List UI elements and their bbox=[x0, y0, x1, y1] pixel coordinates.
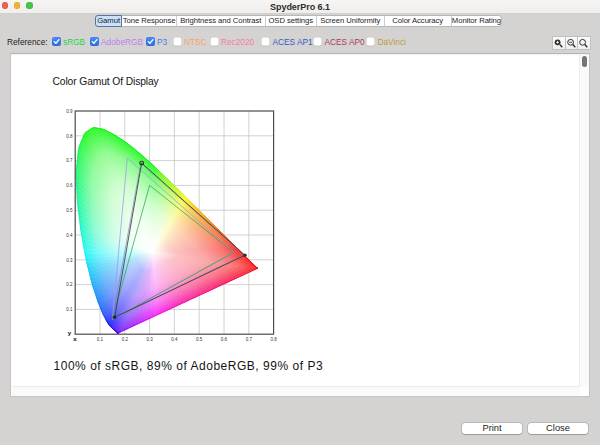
svg-text:0.5: 0.5 bbox=[196, 337, 203, 342]
svg-text:0.2: 0.2 bbox=[122, 337, 129, 342]
svg-text:0.6: 0.6 bbox=[221, 337, 228, 342]
svg-text:0.5: 0.5 bbox=[66, 208, 73, 213]
svg-text:0.4: 0.4 bbox=[66, 233, 73, 238]
svg-text:0.3: 0.3 bbox=[146, 337, 153, 342]
svg-text:0.1: 0.1 bbox=[66, 307, 73, 312]
svg-text:0.8: 0.8 bbox=[270, 337, 277, 342]
svg-text:0.8: 0.8 bbox=[66, 134, 73, 139]
svg-text:0.4: 0.4 bbox=[171, 337, 178, 342]
svg-text:0.1: 0.1 bbox=[97, 337, 104, 342]
svg-text:x: x bbox=[73, 335, 77, 342]
svg-text:0.7: 0.7 bbox=[66, 158, 73, 163]
svg-text:0.6: 0.6 bbox=[66, 183, 73, 188]
svg-text:y: y bbox=[68, 329, 72, 336]
svg-text:0.3: 0.3 bbox=[66, 258, 73, 263]
svg-text:0.7: 0.7 bbox=[246, 337, 253, 342]
svg-text:0.9: 0.9 bbox=[66, 109, 73, 114]
svg-text:0.2: 0.2 bbox=[66, 282, 73, 287]
